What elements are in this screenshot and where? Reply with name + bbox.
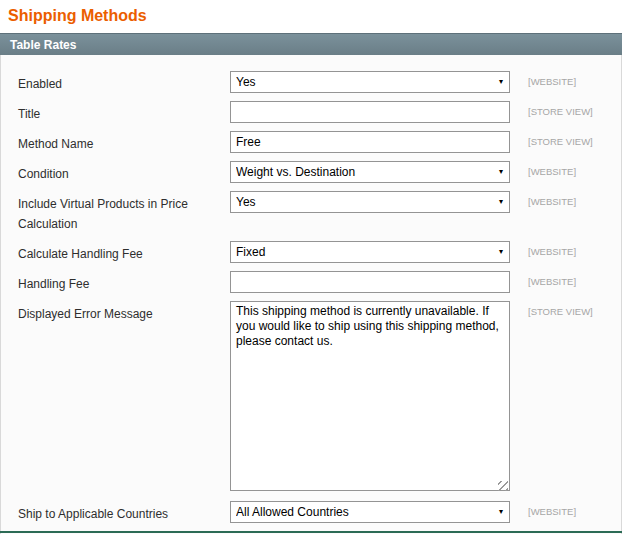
- form-row-title: Title [STORE VIEW]: [18, 101, 609, 124]
- section-header-table-rates: Table Rates: [0, 33, 622, 55]
- form-row-enabled: Enabled Yes▾ [WEBSITE]: [18, 71, 609, 94]
- enabled-label: Enabled: [18, 71, 230, 94]
- table-rates-fieldset: Enabled Yes▾ [WEBSITE] Title [STORE VIEW…: [0, 55, 622, 534]
- title-label: Title: [18, 101, 230, 124]
- textarea-resize-grip-icon[interactable]: [498, 481, 508, 491]
- field-control: Yes▾: [230, 191, 510, 213]
- field-control: Fixed▾: [230, 241, 510, 263]
- condition-label: Condition: [18, 161, 230, 184]
- form-row-condition: Condition Weight vs. Destination▾ [WEBSI…: [18, 161, 609, 184]
- condition-select[interactable]: Weight vs. Destination: [230, 161, 510, 183]
- condition-scope-label: [WEBSITE]: [510, 161, 576, 177]
- displayed-error-message-label: Displayed Error Message: [18, 301, 230, 324]
- enabled-select[interactable]: Yes: [230, 71, 510, 93]
- include-virtual-products-in-price-calculation-label: Include Virtual Products in Price Calcul…: [18, 191, 230, 234]
- section-title: Table Rates: [10, 38, 76, 52]
- field-control: Yes▾: [230, 71, 510, 93]
- form-row-handling-fee: Handling Fee [WEBSITE]: [18, 271, 609, 294]
- ship-to-applicable-countries-select[interactable]: All Allowed Countries: [230, 501, 510, 523]
- ship-to-applicable-countries-label: Ship to Applicable Countries: [18, 501, 230, 524]
- page-title: Shipping Methods: [8, 7, 614, 25]
- field-control: Weight vs. Destination▾: [230, 161, 510, 183]
- field-control: [230, 301, 510, 494]
- field-control: [230, 101, 510, 123]
- form-row-calculate-handling-fee: Calculate Handling Fee Fixed▾ [WEBSITE]: [18, 241, 609, 264]
- form-row-include-virtual-products-in-price-calculation: Include Virtual Products in Price Calcul…: [18, 191, 609, 234]
- next-section-edge: [0, 531, 622, 533]
- form-row-displayed-error-message: Displayed Error Message [STORE VIEW]: [18, 301, 609, 494]
- method-name-input[interactable]: [230, 131, 510, 153]
- displayed-error-message-textarea[interactable]: [230, 301, 510, 491]
- include-virtual-products-in-price-calculation-select[interactable]: Yes: [230, 191, 510, 213]
- field-control: [230, 271, 510, 293]
- calculate-handling-fee-label: Calculate Handling Fee: [18, 241, 230, 264]
- title-scope-label: [STORE VIEW]: [510, 101, 593, 117]
- field-control: [230, 131, 510, 153]
- handling-fee-label: Handling Fee: [18, 271, 230, 294]
- ship-to-applicable-countries-scope-label: [WEBSITE]: [510, 501, 576, 517]
- handling-fee-input[interactable]: [230, 271, 510, 293]
- displayed-error-message-scope-label: [STORE VIEW]: [510, 301, 593, 317]
- method-name-scope-label: [STORE VIEW]: [510, 131, 593, 147]
- calculate-handling-fee-scope-label: [WEBSITE]: [510, 241, 576, 257]
- form-row-method-name: Method Name [STORE VIEW]: [18, 131, 609, 154]
- enabled-scope-label: [WEBSITE]: [510, 71, 576, 87]
- handling-fee-scope-label: [WEBSITE]: [510, 271, 576, 287]
- title-input[interactable]: [230, 101, 510, 123]
- calculate-handling-fee-select[interactable]: Fixed: [230, 241, 510, 263]
- page-header: Shipping Methods: [0, 0, 622, 30]
- field-control: All Allowed Countries▾: [230, 501, 510, 523]
- include-virtual-products-in-price-calculation-scope-label: [WEBSITE]: [510, 191, 576, 207]
- form-rows: Enabled Yes▾ [WEBSITE] Title [STORE VIEW…: [18, 71, 609, 524]
- method-name-label: Method Name: [18, 131, 230, 154]
- form-row-ship-to-applicable-countries: Ship to Applicable Countries All Allowed…: [18, 501, 609, 524]
